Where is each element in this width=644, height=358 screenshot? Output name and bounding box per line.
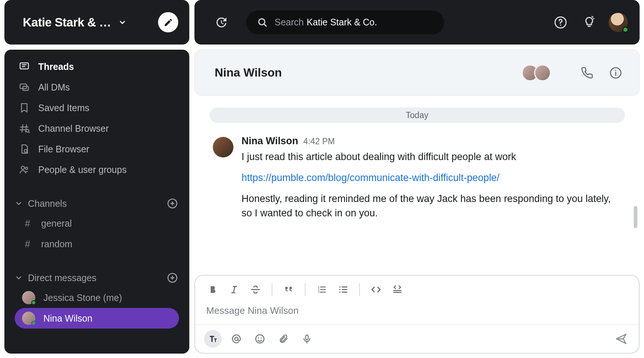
dms-section-header[interactable]: Direct messages [15, 268, 179, 287]
message-link[interactable]: https://pumble.com/blog/communicate-with… [242, 172, 500, 183]
conversation-body[interactable]: Today Nina Wilson 4:42 PM I just read th… [194, 96, 640, 271]
nav-file-browser[interactable]: File Browser [15, 139, 179, 159]
nav-label: Threads [38, 61, 74, 72]
bold-icon [208, 284, 218, 295]
hash-icon: # [22, 218, 33, 229]
composer: 123 Message Nina Wilson [194, 275, 640, 354]
codeblock-button[interactable] [389, 281, 406, 298]
send-button[interactable] [612, 330, 630, 348]
lightbulb-icon [583, 16, 596, 29]
blockquote-button[interactable] [280, 281, 297, 298]
add-channel-button[interactable] [166, 197, 179, 210]
toggle-formatting-button[interactable] [204, 330, 222, 348]
message-text: Honestly, reading it reminded me of the … [242, 192, 621, 220]
help-button[interactable] [551, 13, 570, 32]
conversation-pane: Nina Wilson Today [194, 50, 640, 354]
channel-item-random[interactable]: # random [15, 234, 179, 254]
nav-label: Channel Browser [38, 123, 109, 134]
svg-line-15 [29, 132, 29, 132]
svg-line-1 [264, 24, 266, 26]
scrollbar-thumb[interactable] [634, 206, 637, 228]
italic-button[interactable] [225, 281, 243, 298]
message-author[interactable]: Nina Wilson [242, 135, 298, 147]
compose-button[interactable] [158, 12, 178, 32]
history-button[interactable] [212, 14, 230, 31]
bullet-list-button[interactable] [334, 281, 352, 298]
add-dm-button[interactable] [166, 271, 179, 284]
nav-channel-browser[interactable]: Channel Browser [15, 118, 179, 139]
chevron-down-icon [15, 199, 23, 208]
nav-label: File Browser [38, 144, 89, 155]
svg-point-19 [25, 167, 28, 169]
channel-item-general[interactable]: # general [15, 213, 179, 234]
phone-icon [581, 67, 593, 79]
message-avatar[interactable] [213, 137, 233, 157]
section-title: Channels [28, 198, 67, 209]
codeblock-icon [392, 284, 403, 295]
channel-browser-icon [18, 123, 30, 134]
top-bar: Search Katie Stark & Co. [194, 0, 640, 45]
emoji-icon [254, 333, 265, 344]
strikethrough-button[interactable] [247, 281, 264, 298]
mention-button[interactable] [228, 330, 245, 348]
separator [359, 283, 360, 296]
search-scope: Katie Stark & Co. [307, 17, 377, 28]
avatar [22, 291, 35, 304]
details-button[interactable] [608, 65, 624, 81]
message-time: 4:42 PM [303, 137, 335, 146]
dm-item-self[interactable]: Jessica Stone (me) [15, 287, 179, 308]
composer-placeholder: Message Nina Wilson [206, 305, 298, 316]
bullet-list-icon [338, 284, 348, 295]
code-icon [371, 284, 382, 295]
strikethrough-icon [250, 284, 261, 295]
search-input[interactable]: Search Katie Stark & Co. [246, 10, 444, 35]
threads-icon [18, 61, 30, 72]
avatar [22, 312, 35, 325]
svg-line-31 [233, 286, 235, 293]
composer-input[interactable]: Message Nina Wilson [195, 304, 639, 325]
help-icon [554, 16, 567, 29]
nav-label: Saved Items [38, 103, 89, 113]
dm-name: Nina Wilson [43, 313, 92, 324]
dms-icon [18, 81, 30, 93]
message: Nina Wilson 4:42 PM I just read this art… [202, 135, 632, 227]
audio-button[interactable] [298, 330, 316, 348]
user-avatar[interactable] [609, 13, 628, 32]
channels-section-header[interactable]: Channels [15, 194, 179, 213]
send-icon [615, 333, 627, 345]
sidebar: Threads All DMs Saved Items Channel Brow… [4, 50, 189, 354]
member-avatars[interactable] [526, 64, 551, 81]
hash-icon: # [22, 238, 33, 250]
dm-item-nina[interactable]: Nina Wilson [15, 308, 179, 329]
text-formatting-icon [208, 334, 218, 344]
conversation-title[interactable]: Nina Wilson [215, 66, 526, 79]
emoji-button[interactable] [251, 330, 269, 348]
paperclip-icon [278, 334, 289, 344]
history-icon [214, 16, 228, 29]
chevron-down-icon [118, 18, 126, 26]
chevron-down-icon [15, 274, 23, 282]
search-label: Search [275, 17, 304, 28]
whats-new-button[interactable] [580, 13, 598, 32]
svg-line-10 [22, 125, 23, 132]
nav-saved-items[interactable]: Saved Items [15, 98, 179, 118]
svg-point-18 [21, 166, 25, 170]
svg-point-50 [261, 337, 262, 338]
workspace-title: Katie Stark & … [23, 15, 111, 29]
code-button[interactable] [367, 281, 385, 298]
nav-people[interactable]: People & user groups [15, 159, 179, 180]
italic-icon [229, 285, 239, 294]
nav-threads[interactable]: Threads [15, 56, 179, 77]
svg-point-3 [560, 24, 561, 25]
svg-point-41 [339, 291, 341, 293]
bold-button[interactable] [204, 281, 222, 298]
attach-button[interactable] [275, 330, 292, 348]
presence-indicator [622, 26, 629, 33]
svg-point-49 [258, 337, 259, 338]
call-button[interactable] [579, 65, 595, 81]
ordered-list-button[interactable]: 123 [313, 281, 330, 298]
workspace-switcher[interactable]: Katie Stark & … [23, 15, 158, 29]
nav-all-dms[interactable]: All DMs [15, 77, 179, 98]
quote-icon [283, 284, 294, 295]
svg-point-47 [235, 337, 238, 341]
